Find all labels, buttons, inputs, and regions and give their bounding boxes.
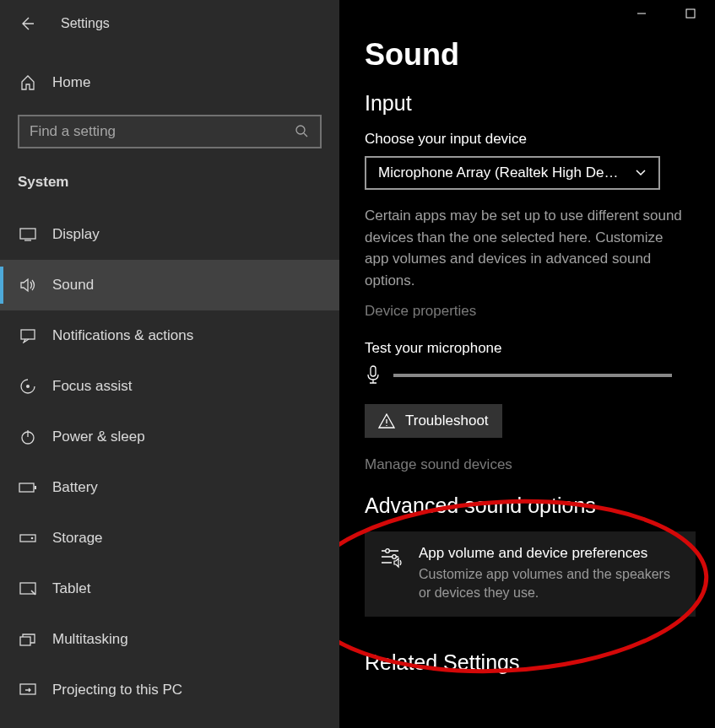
storage-icon (19, 529, 37, 547)
manage-devices-link[interactable]: Manage sound devices (365, 456, 715, 473)
app-volume-card[interactable]: App volume and device preferences Custom… (365, 531, 696, 617)
svg-rect-12 (686, 9, 695, 18)
section-label: System (18, 174, 339, 191)
sidebar-item-label: Display (52, 226, 100, 243)
notifications-icon (19, 326, 37, 345)
card-title: App volume and device preferences (419, 545, 680, 562)
sidebar-item-label: Sound (52, 277, 94, 294)
content-pane: Sound Input Choose your input device Mic… (339, 0, 715, 728)
sidebar-item-label: Power & sleep (52, 429, 145, 445)
test-mic-label: Test your microphone (365, 340, 715, 357)
sidebar-item-label: Focus assist (52, 378, 132, 395)
troubleshoot-label: Troubleshoot (405, 413, 489, 429)
sidebar-item-label: Multitasking (52, 631, 128, 648)
sidebar-item-display[interactable]: Display (0, 209, 339, 260)
multitasking-icon (19, 630, 37, 649)
sidebar-item-multitasking[interactable]: Multitasking (0, 614, 339, 665)
header-row: Settings (0, 0, 339, 47)
card-body: App volume and device preferences Custom… (419, 545, 680, 603)
battery-icon (19, 478, 37, 497)
home-icon (19, 73, 37, 92)
svg-point-0 (296, 126, 305, 134)
sidebar-item-battery[interactable]: Battery (0, 462, 339, 513)
mic-test-row (365, 365, 715, 386)
sliders-icon (380, 547, 404, 570)
svg-point-8 (31, 537, 34, 540)
svg-rect-1 (20, 229, 35, 239)
svg-point-3 (26, 385, 30, 388)
maximize-button[interactable] (666, 0, 715, 27)
back-button[interactable] (19, 15, 35, 32)
svg-rect-13 (371, 366, 376, 376)
mic-level-bar (393, 374, 672, 377)
focus-icon (19, 377, 37, 396)
input-heading: Input (365, 91, 715, 116)
related-heading: Related Settings (365, 650, 715, 675)
sidebar-item-tablet[interactable]: Tablet (0, 564, 339, 614)
power-icon (19, 428, 37, 446)
svg-rect-2 (21, 330, 35, 339)
svg-point-14 (386, 549, 390, 553)
input-device-dropdown[interactable]: Microphone Array (Realtek High De… (365, 156, 660, 190)
advanced-heading: Advanced sound options (365, 493, 715, 518)
svg-rect-6 (35, 486, 36, 489)
sidebar-item-label: Tablet (52, 580, 90, 597)
choose-device-label: Choose your input device (365, 131, 715, 148)
search-placeholder: Find a setting (30, 123, 295, 140)
page-title: Sound (365, 37, 715, 73)
home-nav[interactable]: Home (0, 62, 339, 103)
sidebar-item-sound[interactable]: Sound (0, 260, 339, 310)
svg-rect-11 (20, 684, 35, 694)
projecting-icon (19, 681, 37, 699)
input-helper-text: Certain apps may be set up to use differ… (365, 205, 685, 291)
sidebar-item-notifications[interactable]: Notifications & actions (0, 310, 339, 361)
sidebar-item-label: Projecting to this PC (52, 682, 182, 698)
chevron-down-icon (635, 169, 647, 177)
warning-icon (378, 413, 395, 429)
device-properties-link[interactable]: Device properties (365, 303, 715, 320)
search-input[interactable]: Find a setting (18, 115, 322, 148)
sidebar-item-storage[interactable]: Storage (0, 513, 339, 564)
svg-point-15 (393, 555, 397, 559)
sidebar-item-label: Notifications & actions (52, 327, 193, 344)
sidebar: Settings Home Find a setting System Disp… (0, 0, 339, 728)
sidebar-item-label: Battery (52, 479, 98, 496)
app-title: Settings (61, 16, 110, 31)
minimize-button[interactable] (617, 0, 666, 27)
tablet-icon (19, 580, 37, 598)
window-controls (617, 0, 715, 34)
card-subtitle: Customize app volumes and the speakers o… (419, 565, 680, 603)
dropdown-value: Microphone Array (Realtek High De… (378, 164, 618, 181)
sound-icon (19, 276, 37, 294)
sidebar-item-power[interactable]: Power & sleep (0, 412, 339, 462)
sidebar-item-label: Storage (52, 530, 103, 547)
back-arrow-icon (19, 15, 35, 32)
microphone-icon (365, 365, 382, 386)
svg-rect-5 (19, 483, 34, 492)
svg-rect-10 (20, 637, 30, 645)
sidebar-item-projecting[interactable]: Projecting to this PC (0, 665, 339, 715)
sidebar-item-focus[interactable]: Focus assist (0, 361, 339, 412)
home-label: Home (52, 74, 90, 91)
search-icon (295, 124, 310, 139)
troubleshoot-button[interactable]: Troubleshoot (365, 404, 502, 438)
nav-list: Display Sound Notifications & actions Fo… (0, 209, 339, 715)
display-icon (19, 225, 37, 244)
